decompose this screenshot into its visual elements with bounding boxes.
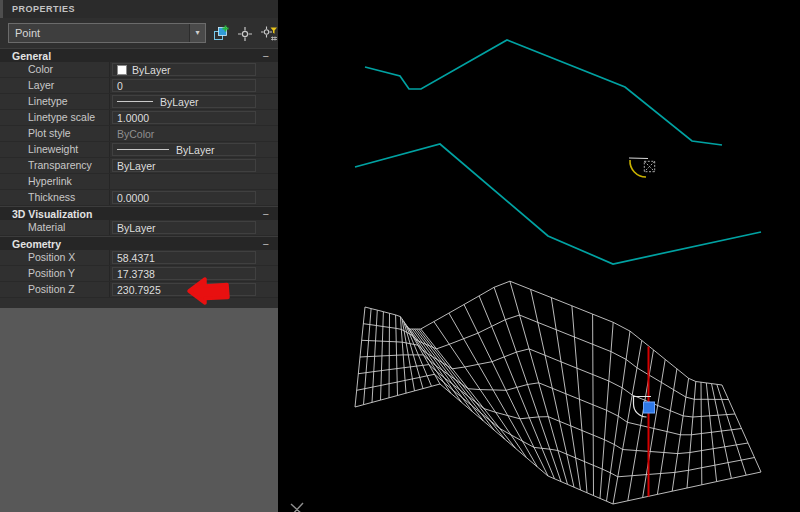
object-type-value: Point [9, 24, 189, 42]
property-value-field[interactable] [112, 175, 256, 188]
property-label: Color [0, 62, 110, 77]
property-value-field[interactable]: 0.0000 [112, 191, 256, 204]
property-label: Position X [0, 250, 110, 265]
property-value-text: ByLayer [160, 96, 199, 108]
property-value-field[interactable]: ByLayer [112, 143, 256, 156]
property-label: Lineweight [0, 142, 110, 157]
property-value-cell: ByLayer [110, 220, 278, 235]
property-row: TransparencyByLayer [0, 158, 278, 174]
marker-arc [630, 160, 646, 177]
property-value-field[interactable]: 17.3738 [112, 267, 256, 280]
property-value-cell: 17.3738 [110, 266, 278, 281]
property-value-field[interactable]: ByLayer [112, 159, 256, 172]
chevron-down-icon[interactable]: ▾ [189, 24, 205, 42]
property-row: Hyperlink [0, 174, 278, 190]
property-sections: General−ColorByLayerLayer0LinetypeByLaye… [0, 48, 278, 298]
property-label: Transparency [0, 158, 110, 173]
section-general: General−ColorByLayerLayer0LinetypeByLaye… [0, 48, 278, 206]
collapse-icon[interactable]: − [263, 238, 269, 250]
property-label: Plot style [0, 126, 110, 141]
property-label: Layer [0, 78, 110, 93]
property-value-cell: ByLayer [110, 158, 278, 173]
crosshair-icon [236, 24, 254, 42]
property-value-text: ByLayer [176, 144, 215, 156]
property-value-field[interactable]: 1.0000 [112, 111, 256, 124]
property-label: Position Y [0, 266, 110, 281]
property-row: MaterialByLayer [0, 220, 278, 236]
cad-viewport[interactable] [278, 0, 800, 512]
property-value-field[interactable]: 230.7925 [112, 283, 256, 296]
property-label: Material [0, 220, 110, 235]
vertex-grip[interactable] [644, 402, 655, 413]
palette-toolbar: Point ▾ [0, 18, 278, 48]
property-value-cell: 58.4371 [110, 250, 278, 265]
property-row: ColorByLayer [0, 62, 278, 78]
section-header[interactable]: General− [0, 48, 278, 62]
object-type-select[interactable]: Point ▾ [8, 23, 206, 43]
section-header[interactable]: Geometry− [0, 236, 278, 250]
application-window: PROPERTIES Point ▾ [0, 0, 800, 512]
properties-palette: PROPERTIES Point ▾ [0, 0, 278, 512]
property-value-text: 230.7925 [117, 284, 161, 296]
select-objects-button[interactable] [236, 24, 254, 42]
property-value-field[interactable]: ByLayer [112, 63, 256, 76]
property-value-field[interactable]: ByColor [112, 127, 256, 140]
property-row: LineweightByLayer [0, 142, 278, 158]
property-value-text: ByLayer [117, 222, 156, 234]
property-value-text: 0.0000 [117, 192, 149, 204]
toggle-pickadd-button[interactable] [212, 24, 230, 42]
property-value-text: 17.3738 [117, 268, 155, 280]
property-value-cell: 1.0000 [110, 110, 278, 125]
quick-select-icon [260, 24, 278, 42]
property-value-cell: ByColor [110, 126, 278, 141]
linetype-sample-icon [117, 101, 153, 102]
property-label: Thickness [0, 190, 110, 205]
section-geometry: Geometry−Position X58.4371Position Y17.3… [0, 236, 278, 298]
property-label: Linetype scale [0, 110, 110, 125]
marker-tick [629, 158, 648, 159]
property-row: Thickness0.0000 [0, 190, 278, 206]
property-value-field[interactable]: 0 [112, 79, 256, 92]
collapse-icon[interactable]: − [263, 50, 269, 62]
property-value-field[interactable]: ByLayer [112, 95, 256, 108]
property-value-field[interactable]: ByLayer [112, 221, 256, 234]
property-value-field[interactable]: 58.4371 [112, 251, 256, 264]
property-value-cell [110, 174, 278, 189]
property-value-text: 58.4371 [117, 252, 155, 264]
property-value-cell: ByLayer [110, 94, 278, 109]
property-row: Linetype scale1.0000 [0, 110, 278, 126]
section-title: 3D Visualization [0, 208, 92, 220]
property-row: Position Y17.3738 [0, 266, 278, 282]
section-title: Geometry [0, 238, 61, 250]
quick-select-button[interactable] [260, 24, 278, 42]
property-row: LinetypeByLayer [0, 94, 278, 110]
property-value-cell: 0.0000 [110, 190, 278, 205]
section-header[interactable]: 3D Visualization− [0, 206, 278, 220]
axis-x-glyph [291, 503, 303, 512]
polyline-upper[interactable] [365, 40, 722, 145]
wireframe-mesh[interactable] [355, 281, 761, 504]
property-value-cell: 0 [110, 78, 278, 93]
property-value-text: 1.0000 [117, 112, 149, 124]
property-value-text: ByLayer [117, 160, 156, 172]
property-label: Linetype [0, 94, 110, 109]
property-value-cell: ByLayer [110, 62, 278, 77]
property-row: Position Z230.7925 [0, 282, 278, 298]
palette-body: Point ▾ [0, 18, 278, 308]
property-row: Plot styleByColor [0, 126, 278, 142]
property-value-text: ByLayer [132, 64, 171, 76]
polyline-lower[interactable] [355, 144, 761, 264]
property-value-text: 0 [117, 80, 123, 92]
point-marker[interactable] [644, 161, 654, 171]
property-value-cell: ByLayer [110, 142, 278, 157]
color-swatch [117, 65, 127, 75]
collapse-icon[interactable]: − [263, 208, 269, 220]
pickadd-icon [212, 24, 230, 42]
property-value-cell: 230.7925 [110, 282, 278, 297]
property-row: Position X58.4371 [0, 250, 278, 266]
property-label: Hyperlink [0, 174, 110, 189]
property-row: Layer0 [0, 78, 278, 94]
property-value-text: ByColor [117, 128, 154, 140]
section-3d-visualization: 3D Visualization−MaterialByLayer [0, 206, 278, 236]
property-label: Position Z [0, 282, 110, 297]
